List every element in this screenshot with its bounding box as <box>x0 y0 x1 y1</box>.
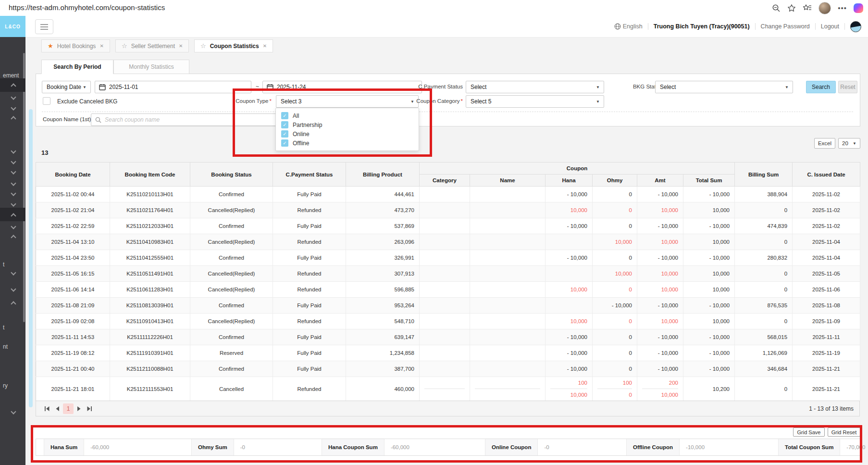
grid-reset-button[interactable]: Grid Reset <box>828 427 860 437</box>
table-row[interactable]: 2025-11-08 21:09K25110813039H01Confirmed… <box>36 298 860 314</box>
col-coupon-category[interactable]: Category <box>420 175 470 187</box>
col-coupon-hana[interactable]: Hana <box>546 175 593 187</box>
browser-menu-icon[interactable]: ••• <box>838 4 847 12</box>
chevron-down-icon[interactable] <box>11 190 16 196</box>
reset-button[interactable]: Reset <box>838 81 857 93</box>
table-row[interactable]: 2025-11-21 00:40K25112110088H01Confirmed… <box>36 361 860 377</box>
star-filled-icon[interactable]: ★ <box>48 42 53 50</box>
table-row[interactable]: 2025-11-02 22:59K25110212033H01Confirmed… <box>36 218 860 234</box>
col-booking-status[interactable]: Booking Status <box>190 163 273 187</box>
col-billing-product[interactable]: Billing Product <box>346 163 420 187</box>
col-coupon-name[interactable]: Name <box>470 175 546 187</box>
calendar-icon[interactable] <box>99 84 106 90</box>
copilot-icon[interactable] <box>854 3 863 13</box>
table-row[interactable]: 2025-11-04 13:10K25110410983H01Cancelled… <box>36 234 860 250</box>
col-billing-sum[interactable]: Billing Sum <box>735 163 793 187</box>
dropdown-option[interactable]: ✓Offline <box>276 138 419 148</box>
table-row[interactable]: 2025-11-21 18:01K25112111553H01Cancelled… <box>36 377 860 401</box>
col-cpayment-status[interactable]: C.Payment Status <box>273 163 346 187</box>
close-icon[interactable]: ✕ <box>263 43 267 49</box>
table-row[interactable]: 2025-11-19 08:12K25111910391H01ReservedF… <box>36 345 860 361</box>
sidebar-item-label[interactable]: t <box>3 324 4 331</box>
col-coupon-ohmy[interactable]: Ohmy <box>593 175 637 187</box>
dropdown-option[interactable]: ✓Partnership <box>276 120 419 129</box>
star-outline-icon[interactable]: ☆ <box>200 42 206 50</box>
zoom-out-icon[interactable] <box>772 4 781 13</box>
bkg-status-select[interactable]: Select▼ <box>655 81 793 93</box>
date-to-input[interactable]: 2025-11-24 <box>262 81 422 93</box>
grid-save-button[interactable]: Grid Save <box>793 427 825 437</box>
language-selector[interactable]: English <box>614 23 643 30</box>
chevron-up-icon[interactable] <box>11 116 16 121</box>
current-page-button[interactable]: 1 <box>63 403 74 414</box>
sidebar-scrollbar[interactable] <box>23 53 25 322</box>
chevron-down-icon[interactable] <box>11 270 16 275</box>
table-row[interactable]: 2025-11-02 21:04K25110211764H01Cancelled… <box>36 202 860 218</box>
excel-export-button[interactable]: Excel <box>814 138 835 149</box>
chevron-down-icon[interactable] <box>11 409 16 414</box>
col-issued-date[interactable]: C. Issued Date <box>793 163 860 187</box>
chevron-down-icon[interactable] <box>11 286 16 291</box>
dropdown-option[interactable]: ✓Online <box>276 129 419 138</box>
col-coupon-amt[interactable]: Amt <box>637 175 683 187</box>
chevron-down-icon[interactable] <box>11 148 16 153</box>
star-outline-icon[interactable]: ☆ <box>122 42 127 50</box>
chevron-down-icon[interactable] <box>11 105 16 110</box>
sidebar-item-label[interactable]: t <box>3 261 4 268</box>
app-logo[interactable]: L&CO <box>0 16 25 37</box>
tab-hotel-bookings[interactable]: ★ Hotel Bookings ✕ <box>41 39 110 52</box>
close-icon[interactable]: ✕ <box>99 43 103 49</box>
logout-link[interactable]: Logout <box>821 23 839 30</box>
first-page-button[interactable] <box>42 403 52 414</box>
checkbox-checked-icon[interactable]: ✓ <box>281 112 288 119</box>
date-from-input[interactable]: 2025-11-01 <box>95 81 251 93</box>
col-booking-item-code[interactable]: Booking Item Code <box>110 163 190 187</box>
table-row[interactable]: 2025-11-02 00:44K25110210113H01Confirmed… <box>36 187 860 202</box>
col-coupon-total-sum[interactable]: Total Sum <box>683 175 735 187</box>
theme-toggle[interactable] <box>850 21 861 32</box>
subtab-monthly-statistics[interactable]: Monthly Statistics <box>113 60 189 74</box>
cpayment-status-select[interactable]: Select▼ <box>466 81 604 93</box>
sidebar-item-label[interactable]: ry <box>3 382 8 389</box>
tab-seller-settlement[interactable]: ☆ Seller Settlement ✕ <box>115 39 189 52</box>
exclude-canceled-checkbox[interactable] <box>43 97 50 105</box>
sidebar-nav[interactable]: ementttntry <box>0 37 25 465</box>
chevron-up-icon[interactable] <box>11 235 16 240</box>
checkbox-checked-icon[interactable]: ✓ <box>281 130 288 138</box>
sidebar-item-label[interactable]: ement <box>3 72 19 79</box>
chevron-up-icon[interactable] <box>11 301 16 306</box>
tab-coupon-statistics[interactable]: ☆ Coupon Statistics ✕ <box>194 39 273 52</box>
chevron-down-icon[interactable] <box>11 94 16 100</box>
change-password-link[interactable]: Change Password <box>761 23 810 30</box>
chevron-down-icon[interactable] <box>11 180 16 186</box>
prev-page-button[interactable] <box>52 403 63 414</box>
next-page-button[interactable] <box>74 403 84 414</box>
table-row[interactable]: 2025-11-05 16:15K25110511491H01Cancelled… <box>36 266 860 282</box>
sidebar-scroll-indicator[interactable] <box>29 109 33 407</box>
chevron-down-icon[interactable] <box>11 159 16 164</box>
col-booking-date[interactable]: Booking Date <box>36 163 110 187</box>
date-type-select[interactable]: Booking Date▼ <box>42 81 91 93</box>
hamburger-menu-button[interactable] <box>35 19 53 34</box>
chevron-down-icon[interactable] <box>11 201 16 206</box>
profile-avatar[interactable] <box>818 2 831 14</box>
subtab-search-by-period[interactable]: Search By Period <box>41 60 113 74</box>
table-row[interactable]: 2025-11-04 23:50K25110412555H01Confirmed… <box>36 250 860 266</box>
table-row[interactable]: 2025-11-09 02:08K25110910413H01Cancelled… <box>36 314 860 329</box>
last-page-button[interactable] <box>84 403 95 414</box>
table-row[interactable]: 2025-11-11 14:53K25111112226H01Confirmed… <box>36 329 860 345</box>
checkbox-checked-icon[interactable]: ✓ <box>281 121 288 128</box>
chevron-down-icon[interactable] <box>11 169 16 174</box>
chevron-down-icon[interactable] <box>11 224 16 229</box>
url-bar[interactable]: https://test-adm.ohmyhotel.com/coupon-st… <box>9 3 165 12</box>
dropdown-option[interactable]: ✓All <box>276 111 419 120</box>
collections-icon[interactable] <box>803 4 812 13</box>
coupon-category-select[interactable]: Select 5▼ <box>466 95 604 108</box>
checkbox-checked-icon[interactable]: ✓ <box>281 139 288 147</box>
table-row[interactable]: 2025-11-06 14:14K25110611283H01Cancelled… <box>36 282 860 298</box>
favorite-star-icon[interactable] <box>787 4 796 13</box>
search-button[interactable]: Search <box>806 81 836 93</box>
coupon-type-select[interactable]: Select 3▼ <box>276 95 419 108</box>
page-size-select[interactable]: 20▼ <box>838 138 860 149</box>
sidebar-item-label[interactable]: nt <box>3 343 8 350</box>
